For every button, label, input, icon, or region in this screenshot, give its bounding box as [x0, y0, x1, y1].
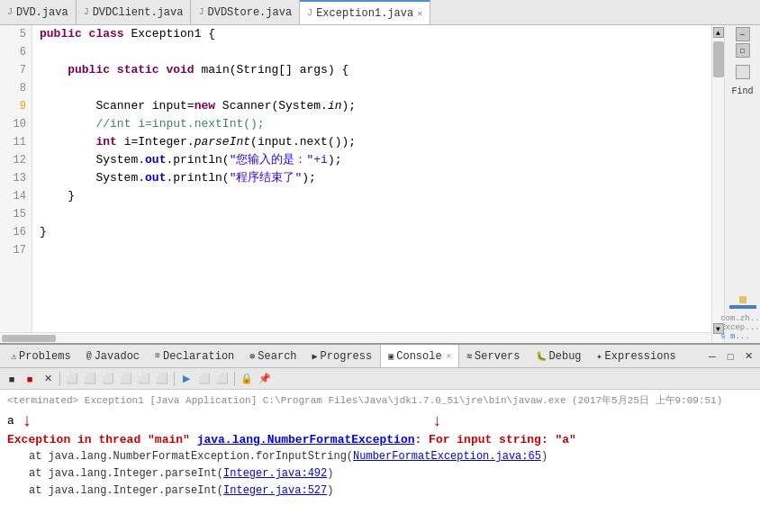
line-num-10: 10 — [5, 115, 26, 133]
scroll-up-btn[interactable]: ▲ — [713, 27, 724, 38]
line-num-14: 14 — [5, 187, 26, 205]
right-panel-btn1[interactable] — [736, 65, 750, 79]
editor-v-scrollbar[interactable]: ▲ ▼ — [711, 25, 724, 343]
line-num-12: 12 — [5, 151, 26, 169]
code-line-12: System.out.println("您输入的是："+i); — [40, 151, 711, 169]
right-panel: ─ □ Find com.zh...Excep... s m... — [724, 25, 760, 343]
bottom-tab-bar: ⚠ Problems @ Javadoc ≡ Declaration ⊛ Sea… — [0, 345, 760, 368]
bottom-close-btn[interactable]: ✕ — [740, 348, 756, 365]
btab-console-label: Console — [396, 350, 441, 363]
console-arrow-down: ↓ — [22, 410, 32, 431]
line-num-16: 16 — [5, 223, 26, 241]
console-btn5[interactable]: ⬜ — [136, 371, 152, 387]
minimize-btn[interactable]: ─ — [736, 27, 750, 41]
console-exception-link[interactable]: java.lang.NumberFormatException — [197, 433, 415, 446]
tab-close-exception1[interactable]: ✕ — [417, 8, 422, 19]
console-input-line: a ↓ — [7, 410, 753, 431]
btab-console[interactable]: ▣ Console ✕ — [380, 345, 459, 367]
h-scroll-thumb[interactable] — [2, 335, 56, 342]
find-label: Find — [731, 86, 753, 96]
scroll-down-btn[interactable]: ▼ — [713, 323, 724, 334]
bottom-panel-controls: ─ □ ✕ — [704, 348, 756, 365]
tab-icon-dvdclient: J — [84, 7, 89, 17]
tab-exception1[interactable]: J Exception1.java ✕ — [300, 0, 430, 24]
right-panel-marker1 — [739, 296, 746, 303]
console-trace1: at java.lang.NumberFormatException.forIn… — [29, 448, 753, 465]
code-line-16: } — [40, 223, 711, 241]
line-num-5: 5 — [5, 25, 26, 43]
console-clear-btn[interactable]: ■ — [4, 371, 20, 387]
trace-link2[interactable]: Integer.java:492 — [223, 467, 327, 480]
console-input-char: a — [7, 414, 14, 428]
code-content[interactable]: 5 6 7 8 9 10 11 12 13 14 15 16 17 public… — [0, 25, 711, 332]
btab-declaration-label: Declaration — [163, 350, 234, 363]
tab-dvdstore[interactable]: J DVDStore.java — [191, 0, 300, 24]
btab-search[interactable]: ⊛ Search — [242, 345, 304, 367]
tab-label-dvdstore: DVDStore.java — [207, 6, 292, 19]
btab-progress[interactable]: ▶ Progress — [305, 345, 381, 367]
editor-h-scrollbar[interactable] — [0, 332, 711, 343]
btab-debug[interactable]: 🐛 Debug — [529, 345, 590, 367]
code-line-15 — [40, 205, 711, 223]
console-pin-btn[interactable]: 📌 — [257, 371, 273, 387]
trace-link1[interactable]: NumberFormatException.java:65 — [353, 450, 541, 463]
expressions-icon: ✦ — [597, 351, 602, 362]
console-trace3: at java.lang.Integer.parseInt(Integer.ja… — [29, 482, 753, 500]
declaration-icon: ≡ — [155, 351, 160, 361]
code-line-13: System.out.println("程序结束了"); — [40, 169, 711, 187]
console-content[interactable]: <terminated> Exception1 [Java Applicatio… — [0, 390, 760, 532]
btab-javadoc[interactable]: @ Javadoc — [79, 345, 148, 367]
console-arrow-trace: ↓ — [432, 412, 442, 430]
bottom-minimize-btn[interactable]: ─ — [704, 348, 720, 365]
maximize-btn[interactable]: □ — [736, 43, 750, 58]
line-num-17: 17 — [5, 241, 26, 259]
console-stop-btn[interactable]: ■ — [22, 371, 38, 387]
btab-javadoc-label: Javadoc — [95, 350, 140, 363]
btab-declaration[interactable]: ≡ Declaration — [148, 345, 242, 367]
line-num-11: 11 — [5, 133, 26, 151]
console-btn8[interactable]: ⬜ — [214, 371, 231, 387]
console-error-main: Exception in thread "main" java.lang.Num… — [7, 433, 753, 446]
javadoc-icon: @ — [86, 351, 92, 361]
tab-label-exception1: Exception1.java — [316, 7, 413, 20]
bottom-panel: ⚠ Problems @ Javadoc ≡ Declaration ⊛ Sea… — [0, 343, 760, 532]
btab-expressions[interactable]: ✦ Expressions — [590, 345, 684, 367]
btab-servers-label: Servers — [475, 350, 520, 363]
console-btn2[interactable]: ⬜ — [82, 371, 98, 387]
console-close-indicator[interactable]: ✕ — [447, 351, 451, 361]
right-panel-info: com.zh...Excep... s m... — [720, 314, 760, 341]
tab-dvd[interactable]: J DVD.java — [0, 0, 77, 24]
progress-icon: ▶ — [312, 351, 318, 362]
code-line-17 — [40, 241, 711, 259]
tab-icon-dvd: J — [7, 7, 13, 17]
code-line-6 — [40, 43, 711, 61]
bottom-maximize-btn[interactable]: □ — [722, 348, 738, 365]
code-line-10: //int i=input.nextInt(); — [40, 115, 711, 133]
btab-debug-label: Debug — [549, 350, 582, 363]
line-num-7: 7 — [5, 61, 26, 79]
tab-dvdclient[interactable]: J DVDClient.java — [77, 0, 192, 24]
console-btn4[interactable]: ⬜ — [118, 371, 134, 387]
tab-bar: J DVD.java J DVDClient.java J DVDStore.j… — [0, 0, 760, 25]
console-btn6[interactable]: ⬜ — [154, 371, 170, 387]
trace-link3[interactable]: Integer.java:527 — [223, 484, 327, 497]
console-run-btn[interactable]: ▶ — [178, 371, 195, 387]
btab-problems[interactable]: ⚠ Problems — [4, 345, 79, 367]
console-btn3[interactable]: ⬜ — [100, 371, 116, 387]
btab-servers[interactable]: ≋ Servers — [459, 345, 528, 367]
console-btn1[interactable]: ⬜ — [64, 371, 80, 387]
v-scroll-thumb[interactable] — [713, 41, 724, 77]
code-line-11: int i=Integer.parseInt(input.next()); — [40, 133, 711, 151]
code-line-5: public class Exception1 { — [40, 25, 711, 43]
console-remove-btn[interactable]: ✕ — [40, 371, 56, 387]
console-trace2: at java.lang.Integer.parseInt(Integer.ja… — [29, 465, 753, 482]
console-lock-btn[interactable]: 🔒 — [239, 371, 255, 387]
servers-icon: ≋ — [466, 351, 472, 362]
code-lines[interactable]: public class Exception1 { public static … — [32, 25, 711, 332]
console-btn7[interactable]: ⬜ — [196, 371, 213, 387]
line-num-8: 8 — [5, 79, 26, 97]
btab-progress-label: Progress — [321, 350, 373, 363]
btab-search-label: Search — [258, 350, 296, 363]
console-toolbar: ■ ■ ✕ ⬜ ⬜ ⬜ ⬜ ⬜ ⬜ ▶ ⬜ ⬜ 🔒 📌 — [0, 368, 760, 390]
right-panel-overview — [729, 305, 756, 309]
